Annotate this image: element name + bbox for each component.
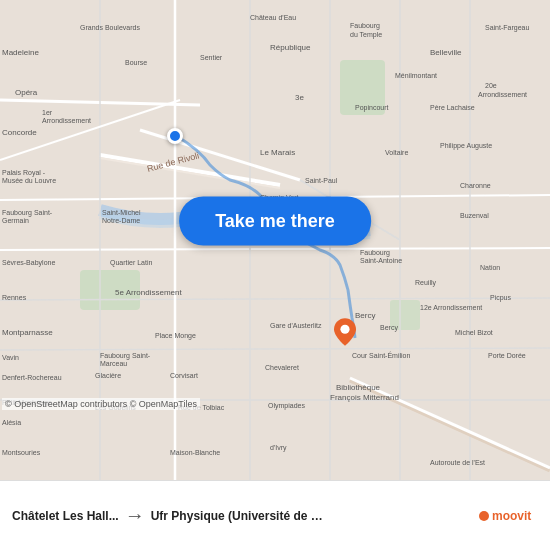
take-me-there-button[interactable]: Take me there — [179, 196, 371, 245]
svg-text:Buzenval: Buzenval — [460, 212, 489, 219]
svg-text:Faubourg Saint-: Faubourg Saint- — [2, 209, 53, 217]
svg-text:Arrondissement: Arrondissement — [42, 117, 91, 124]
svg-text:Picpus: Picpus — [490, 294, 512, 302]
svg-text:Germain: Germain — [2, 217, 29, 224]
route-info: Châtelet Les Hall... → Ufr Physique (Uni… — [12, 504, 478, 527]
svg-text:Palais Royal -: Palais Royal - — [2, 169, 46, 177]
svg-text:Alésia: Alésia — [2, 419, 21, 426]
svg-text:Porte Dorée: Porte Dorée — [488, 352, 526, 359]
arrow-icon: → — [125, 504, 145, 527]
svg-text:Autoroute de l'Est: Autoroute de l'Est — [430, 459, 485, 466]
svg-text:Popincourt: Popincourt — [355, 104, 389, 112]
svg-text:Quartier Latin: Quartier Latin — [110, 259, 153, 267]
svg-text:Faubourg: Faubourg — [360, 249, 390, 257]
svg-text:Denfert-Rochereau: Denfert-Rochereau — [2, 374, 62, 381]
svg-text:1er: 1er — [42, 109, 53, 116]
svg-text:Marceau: Marceau — [100, 360, 127, 367]
svg-text:Bercy: Bercy — [355, 311, 375, 320]
svg-text:Vavin: Vavin — [2, 354, 19, 361]
svg-text:Belleville: Belleville — [430, 48, 462, 57]
svg-text:Sentier: Sentier — [200, 54, 223, 61]
svg-text:Grands Boulevards: Grands Boulevards — [80, 24, 140, 31]
destination-label: Ufr Physique (Université de Par... — [151, 509, 331, 523]
svg-point-97 — [479, 511, 489, 521]
svg-text:Le Marais: Le Marais — [260, 148, 295, 157]
svg-text:Corvisart: Corvisart — [170, 372, 198, 379]
svg-text:du Temple: du Temple — [350, 31, 382, 39]
svg-text:République: République — [270, 43, 311, 52]
map-attribution: © OpenStreetMap contributors © OpenMapTi… — [2, 398, 200, 410]
svg-text:Faubourg Saint-: Faubourg Saint- — [100, 352, 151, 360]
svg-text:Château d'Eau: Château d'Eau — [250, 14, 296, 21]
bottom-bar: Châtelet Les Hall... → Ufr Physique (Uni… — [0, 480, 550, 550]
svg-text:Bercy: Bercy — [380, 324, 398, 332]
svg-text:Montsouries: Montsouries — [2, 449, 41, 456]
svg-text:Arrondissement: Arrondissement — [478, 91, 527, 98]
svg-text:Maison-Blanche: Maison-Blanche — [170, 449, 220, 456]
svg-text:Glacière: Glacière — [95, 372, 121, 379]
svg-text:Gare d'Austerlitz: Gare d'Austerlitz — [270, 322, 322, 329]
svg-text:Concorde: Concorde — [2, 128, 37, 137]
svg-text:12e Arrondissement: 12e Arrondissement — [420, 304, 482, 311]
svg-text:d'Ivry: d'Ivry — [270, 444, 287, 452]
svg-text:Reuilly: Reuilly — [415, 279, 437, 287]
svg-text:Bourse: Bourse — [125, 59, 147, 66]
svg-text:Chevaleret: Chevaleret — [265, 364, 299, 371]
svg-text:Ménilmontant: Ménilmontant — [395, 72, 437, 79]
moovit-logo: moovit — [478, 505, 538, 527]
svg-text:20e: 20e — [485, 82, 497, 89]
destination-pin — [334, 318, 356, 346]
svg-text:Saint-Fargeau: Saint-Fargeau — [485, 24, 529, 32]
svg-text:Montparnasse: Montparnasse — [2, 328, 53, 337]
svg-text:Saint-Paul: Saint-Paul — [305, 177, 338, 184]
svg-text:Notre-Dame: Notre-Dame — [102, 217, 140, 224]
moovit-logo-svg: moovit — [478, 505, 538, 527]
svg-text:Philippe Auguste: Philippe Auguste — [440, 142, 492, 150]
svg-text:Place Monge: Place Monge — [155, 332, 196, 340]
svg-text:5e Arrondissement: 5e Arrondissement — [115, 288, 182, 297]
svg-text:Faubourg: Faubourg — [350, 22, 380, 30]
svg-text:3e: 3e — [295, 93, 304, 102]
origin-label: Châtelet Les Hall... — [12, 509, 119, 523]
svg-text:Olympiades: Olympiades — [268, 402, 305, 410]
svg-text:Saint-Antoine: Saint-Antoine — [360, 257, 402, 264]
svg-text:Voltaire: Voltaire — [385, 149, 408, 156]
svg-text:Bibliothèque: Bibliothèque — [336, 383, 381, 392]
svg-text:Saint-Michel: Saint-Michel — [102, 209, 141, 216]
svg-text:moovit: moovit — [492, 509, 531, 523]
svg-text:Cour Saint-Émilion: Cour Saint-Émilion — [352, 351, 410, 359]
svg-text:François Mitterrand: François Mitterrand — [330, 393, 399, 402]
svg-text:Michel Bizot: Michel Bizot — [455, 329, 493, 336]
svg-text:Père Lachaise: Père Lachaise — [430, 104, 475, 111]
svg-text:Charonne: Charonne — [460, 182, 491, 189]
svg-point-96 — [340, 325, 349, 334]
map-container: Rue de Rivoli La Seine Opéra Grands Boul… — [0, 0, 550, 480]
svg-text:Musée du Louvre: Musée du Louvre — [2, 177, 56, 184]
origin-pin — [167, 128, 183, 144]
svg-text:Rennes: Rennes — [2, 294, 27, 301]
svg-text:Opéra: Opéra — [15, 88, 38, 97]
svg-text:Nation: Nation — [480, 264, 500, 271]
svg-text:Sèvres-Babylone: Sèvres-Babylone — [2, 259, 55, 267]
svg-text:Madeleine: Madeleine — [2, 48, 39, 57]
